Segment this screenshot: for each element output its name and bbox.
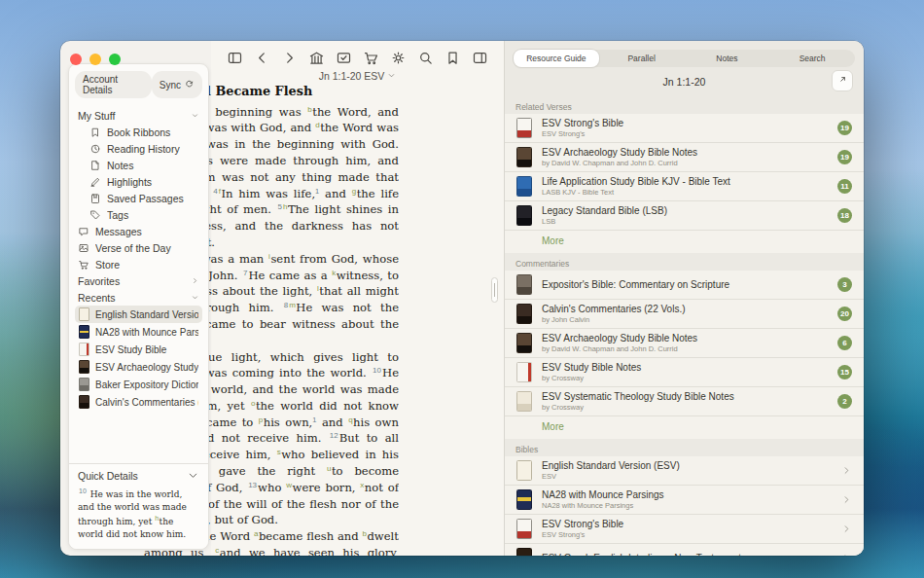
toolbar-panel-left-button[interactable]	[227, 50, 243, 66]
section-label: Bibles	[515, 445, 864, 454]
tab-resource-guide[interactable]: Resource Guide	[514, 50, 599, 67]
resource-list: English Standard Version (ESV)ESVNA28 wi…	[505, 456, 864, 556]
resource-row[interactable]: ESV Archaeology Study Bible Notesby Davi…	[505, 329, 864, 358]
resource-row[interactable]: Legacy Standard Bible (LSB)LSB18	[505, 201, 864, 231]
resource-title: ESV Systematic Theology Study Bible Note…	[542, 391, 837, 402]
sidebar: Account Details Sync My Stuff Book Ribbo…	[68, 63, 209, 550]
book-cover-thumbnail	[79, 360, 89, 374]
pane-resize-handle[interactable]	[491, 277, 498, 303]
sidebar-group-my-stuff[interactable]: My Stuff	[75, 107, 202, 124]
footnote-marker: k	[332, 269, 336, 277]
result-count-badge: 3	[837, 277, 852, 292]
sidebar-item-tags[interactable]: Tags	[75, 206, 202, 223]
result-count-badge: 11	[837, 179, 852, 194]
resource-row[interactable]: Expositor's Bible: Commentary on Scriptu…	[505, 271, 864, 300]
resource-row[interactable]: ESV Strong's BibleESV Strong's19	[505, 114, 864, 143]
verse-number: 10	[373, 366, 381, 375]
book-cover-thumbnail	[79, 378, 89, 391]
tab-search[interactable]: Search	[769, 50, 855, 67]
toolbar-cart-button[interactable]	[363, 50, 379, 66]
toolbar-bookmark-button[interactable]	[444, 50, 461, 66]
chevron-down-icon	[387, 70, 396, 82]
sidebar-item-highlights[interactable]: Highlights	[75, 173, 202, 190]
toolbar-forward-button[interactable]	[281, 50, 298, 66]
footnote-marker: d	[315, 121, 319, 129]
resource-row[interactable]: English Standard Version (ESV)ESV	[505, 456, 864, 486]
quick-details-panel: Quick Details 10 He was in the world, an…	[69, 463, 208, 549]
sidebar-item-label: Verse of the Day	[95, 242, 199, 254]
more-link[interactable]: More	[505, 231, 864, 253]
resource-subtitle: by Crossway	[542, 403, 837, 412]
sidebar-item-saved-passages[interactable]: Saved Passages	[75, 190, 202, 206]
toolbar-flashcards-button[interactable]	[336, 50, 352, 66]
quick-details-header[interactable]: Quick Details	[78, 469, 199, 484]
resource-title: ESV Study Bible Notes	[542, 362, 837, 373]
sidebar-item-notes[interactable]: Notes	[75, 157, 202, 173]
sidebar-item-label: Tags	[107, 209, 199, 221]
resource-subtitle: ESV Strong's	[542, 530, 841, 539]
close-window-button[interactable]	[70, 54, 82, 65]
resource-subtitle: ESV	[542, 472, 841, 481]
toolbar-library-button[interactable]	[308, 50, 325, 66]
scripture-text: In him was life,	[221, 187, 315, 200]
verse-number: 12	[330, 431, 338, 440]
recent-resource-item[interactable]: Baker Expository Dictionary of...	[75, 376, 202, 393]
chevron-down-icon	[187, 469, 199, 484]
book-cover-thumbnail	[516, 362, 532, 382]
resource-row[interactable]: ESV Archaeology Study Bible Notesby Davi…	[505, 143, 864, 172]
sync-button[interactable]: Sync	[152, 71, 202, 98]
book-cover-thumbnail	[79, 325, 89, 339]
resource-subtitle: LSB	[542, 217, 837, 226]
sidebar-item-book-ribbons[interactable]: Book Ribbons	[75, 124, 202, 140]
toolbar-back-button[interactable]	[254, 50, 270, 66]
chevron-right-icon	[841, 521, 852, 538]
scripture-text: were born,	[292, 481, 360, 494]
sidebar-item-store[interactable]: Store	[75, 256, 202, 272]
sidebar-item-messages[interactable]: Messages	[75, 223, 202, 239]
toolbar-panel-right-button[interactable]	[472, 50, 488, 66]
section-label: Related Verses	[515, 102, 864, 112]
recent-resource-item[interactable]: ESV Archaeology Study Bible	[75, 358, 202, 376]
book-cover-thumbnail	[79, 307, 89, 321]
recent-resource-item[interactable]: ESV Study Bible	[75, 341, 202, 358]
resource-row[interactable]: ESV Study Bible Notesby Crossway15	[505, 358, 864, 387]
quick-details-verse-preview: 10 He was in the world, and the world wa…	[78, 487, 199, 541]
panel-reference-label: Jn 1:1-20	[663, 76, 706, 88]
recent-resource-item[interactable]: English Standard Version (ESV)	[75, 306, 202, 323]
zoom-window-button[interactable]	[109, 54, 121, 65]
more-link[interactable]: More	[505, 416, 864, 439]
passage-reference-dropdown[interactable]: Jn 1:1-20 ESV	[211, 70, 504, 82]
resource-row[interactable]: Calvin's Commentaries (22 Vols.)by John …	[505, 300, 864, 329]
book-cover-thumbnail	[516, 304, 532, 324]
footnote-marker: m	[289, 301, 296, 309]
sidebar-group-favorites[interactable]: Favorites	[75, 272, 202, 289]
book-cover-thumbnail	[516, 205, 532, 226]
resource-row[interactable]: NA28 with Mounce ParsingsNA28 with Mounc…	[505, 486, 864, 515]
scripture-text: and	[319, 187, 351, 200]
book-cover-thumbnail	[516, 274, 532, 295]
resource-row[interactable]: Life Application Study Bible KJV - Bible…	[505, 172, 864, 201]
result-count-badge: 19	[837, 150, 852, 164]
minimize-window-button[interactable]	[89, 54, 101, 65]
resource-row[interactable]: ESV Systematic Theology Study Bible Note…	[505, 387, 864, 416]
resource-subtitle: ESV Strong's	[542, 129, 837, 138]
scripture-text: to become	[332, 464, 399, 478]
resource-title: ESV Greek-English Interlinear New Testam…	[542, 553, 841, 556]
sidebar-group-recents[interactable]: Recents	[75, 289, 202, 306]
resource-row[interactable]: ESV Greek-English Interlinear New Testam…	[505, 544, 864, 556]
recent-resource-item[interactable]: NA28 with Mounce Parsings	[75, 323, 202, 341]
tab-parallel[interactable]: Parallel	[599, 50, 685, 67]
footnote-marker: h	[155, 515, 159, 522]
account-details-button[interactable]: Account Details	[75, 71, 152, 98]
tab-notes[interactable]: Notes	[685, 50, 770, 67]
resource-row[interactable]: ESV Strong's BibleESV Strong's	[505, 515, 864, 544]
toolbar-settings-button[interactable]	[390, 50, 407, 66]
verse-number: 10	[79, 488, 87, 494]
recent-resource-item[interactable]: Calvin's Commentaries (22 Vo...	[75, 393, 202, 411]
toolbar-search-button[interactable]	[417, 50, 434, 66]
verse-number: 4	[213, 187, 217, 196]
footnote-marker: g	[352, 187, 356, 196]
open-in-new-window-button[interactable]	[832, 70, 853, 91]
sidebar-item-verse-of-the-day[interactable]: Verse of the Day	[75, 239, 202, 256]
sidebar-item-reading-history[interactable]: Reading History	[75, 140, 202, 157]
